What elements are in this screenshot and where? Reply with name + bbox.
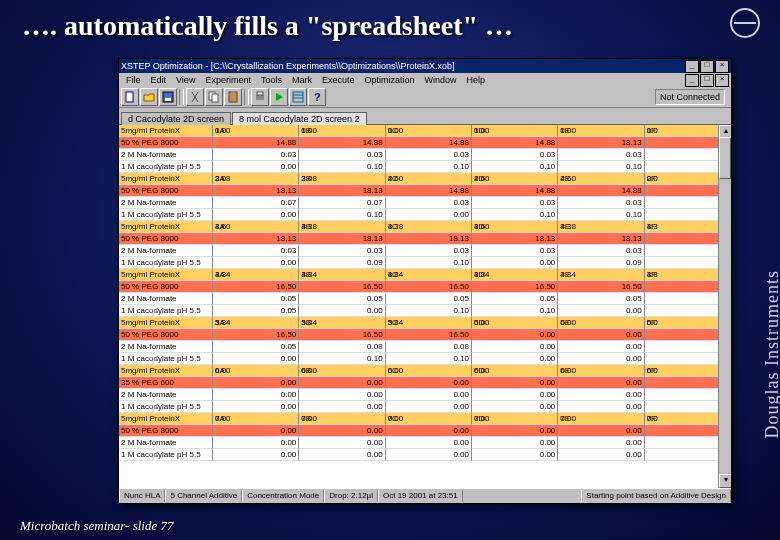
save-icon[interactable]	[159, 88, 177, 106]
scroll-thumb[interactable]	[719, 137, 731, 179]
well-header-cell[interactable]: 3C4.38	[386, 221, 472, 233]
menu-optimization[interactable]: Optimization	[359, 75, 419, 85]
well-header-cell[interactable]: 5A3.84	[213, 317, 299, 329]
well-header-cell[interactable]: 6D0.00	[472, 365, 558, 377]
well-header-cell[interactable]: 2C4.60	[386, 173, 472, 185]
data-cell[interactable]: 0.00	[472, 257, 558, 269]
data-cell[interactable]: 18.13	[213, 233, 299, 245]
data-cell[interactable]: 18.13	[213, 185, 299, 197]
menu-window[interactable]: Window	[420, 75, 462, 85]
menu-mark[interactable]: Mark	[287, 75, 317, 85]
data-cell[interactable]: 18.13	[299, 233, 385, 245]
data-cell[interactable]: 14.88	[213, 137, 299, 149]
data-cell[interactable]: 0.00	[472, 389, 558, 401]
data-cell[interactable]: 18.13	[558, 233, 644, 245]
well-header-cell[interactable]: 3B4.38	[299, 221, 385, 233]
menu-experiment[interactable]: Experiment	[200, 75, 256, 85]
data-cell[interactable]: 0.10	[472, 161, 558, 173]
data-cell[interactable]: 0.00	[386, 377, 472, 389]
data-cell[interactable]: 0.00	[213, 449, 299, 461]
data-cell[interactable]: 0.03	[472, 149, 558, 161]
well-header-cell[interactable]: 6B0.00	[299, 365, 385, 377]
data-cell[interactable]: 0.00	[213, 257, 299, 269]
well-header-cell[interactable]: 5D0.00	[472, 317, 558, 329]
data-cell[interactable]: 0.08	[386, 341, 472, 353]
mdi-close-button[interactable]: ×	[715, 74, 729, 87]
well-header-cell[interactable]: 3A4.60	[213, 221, 299, 233]
data-cell[interactable]: 0.00	[386, 425, 472, 437]
data-cell[interactable]: 0.03	[558, 245, 644, 257]
data-cell[interactable]: 0.00	[213, 401, 299, 413]
data-cell[interactable]: 0.03	[558, 197, 644, 209]
data-cell[interactable]: 0.00	[558, 305, 644, 317]
cut-icon[interactable]	[186, 88, 204, 106]
well-header-cell[interactable]: 7E0.00	[558, 413, 644, 425]
data-cell[interactable]: 16.50	[213, 281, 299, 293]
data-cell[interactable]: 0.03	[213, 149, 299, 161]
well-header-cell[interactable]: 7A0.00	[213, 413, 299, 425]
data-cell[interactable]: 0.03	[299, 149, 385, 161]
data-cell[interactable]: 16.50	[299, 281, 385, 293]
data-cell[interactable]: 14.88	[558, 185, 644, 197]
data-cell[interactable]: 0.00	[558, 341, 644, 353]
data-cell[interactable]: 0.00	[213, 377, 299, 389]
data-cell[interactable]: 14.88	[386, 137, 472, 149]
data-cell[interactable]: 0.00	[386, 449, 472, 461]
well-header-cell[interactable]: 4A3.84	[213, 269, 299, 281]
data-cell[interactable]: 0.00	[299, 389, 385, 401]
data-cell[interactable]: 0.00	[213, 425, 299, 437]
vertical-scrollbar[interactable]: ▴ ▾	[718, 125, 731, 488]
well-header-cell[interactable]: 5B3.84	[299, 317, 385, 329]
data-cell[interactable]: 0.00	[299, 377, 385, 389]
data-cell[interactable]: 0.00	[558, 377, 644, 389]
data-cell[interactable]: 0.07	[299, 197, 385, 209]
data-cell[interactable]: 0.00	[472, 341, 558, 353]
well-header-cell[interactable]: 3D4.60	[472, 221, 558, 233]
data-cell[interactable]: 0.05	[213, 341, 299, 353]
data-cell[interactable]: 0.00	[472, 377, 558, 389]
well-header-cell[interactable]: 3E4.38	[558, 221, 644, 233]
data-cell[interactable]: 16.50	[558, 281, 644, 293]
data-cell[interactable]: 0.00	[386, 437, 472, 449]
data-cell[interactable]: 0.00	[472, 449, 558, 461]
well-header-cell[interactable]: 6E0.00	[558, 365, 644, 377]
well-header-cell[interactable]: 4D3.84	[472, 269, 558, 281]
open-icon[interactable]	[140, 88, 158, 106]
menu-tools[interactable]: Tools	[256, 75, 287, 85]
well-header-cell[interactable]: 1C0.00	[386, 125, 472, 137]
data-cell[interactable]: 0.03	[386, 149, 472, 161]
menu-edit[interactable]: Edit	[146, 75, 172, 85]
well-header-cell[interactable]: 1D0.00	[472, 125, 558, 137]
well-header-cell[interactable]: 6C0.00	[386, 365, 472, 377]
data-cell[interactable]: 0.00	[213, 437, 299, 449]
data-cell[interactable]: 0.09	[558, 257, 644, 269]
data-cell[interactable]: 0.00	[386, 401, 472, 413]
data-cell[interactable]: 0.03	[558, 149, 644, 161]
data-cell[interactable]: 0.00	[299, 437, 385, 449]
data-cell[interactable]: 0.10	[472, 209, 558, 221]
well-header-cell[interactable]: 6A0.00	[213, 365, 299, 377]
data-cell[interactable]: 0.05	[213, 305, 299, 317]
data-cell[interactable]: 0.00	[386, 389, 472, 401]
data-cell[interactable]: 16.50	[386, 329, 472, 341]
close-button[interactable]: ×	[715, 60, 729, 73]
spreadsheet-grid[interactable]: 5mg/ml ProteinX1A0.001B0.001C0.001D0.001…	[119, 125, 731, 461]
well-header-cell[interactable]: 1E0.00	[558, 125, 644, 137]
data-cell[interactable]: 0.00	[558, 353, 644, 365]
data-cell[interactable]: 0.03	[472, 197, 558, 209]
paste-icon[interactable]	[224, 88, 242, 106]
data-cell[interactable]: 18.13	[558, 137, 644, 149]
well-header-cell[interactable]: 2A3.08	[213, 173, 299, 185]
data-cell[interactable]: 14.88	[472, 185, 558, 197]
well-header-cell[interactable]: 5E0.00	[558, 317, 644, 329]
tab-screen-1[interactable]: d Cacodylate 2D screen	[121, 112, 231, 125]
data-cell[interactable]: 0.10	[386, 161, 472, 173]
new-icon[interactable]	[121, 88, 139, 106]
mdi-minimize-button[interactable]: _	[685, 74, 699, 87]
data-cell[interactable]: 0.10	[558, 209, 644, 221]
well-header-cell[interactable]: 7D0.00	[472, 413, 558, 425]
data-cell[interactable]: 0.03	[213, 245, 299, 257]
data-cell[interactable]: 0.00	[472, 401, 558, 413]
data-cell[interactable]: 0.10	[299, 209, 385, 221]
data-cell[interactable]: 0.05	[558, 293, 644, 305]
